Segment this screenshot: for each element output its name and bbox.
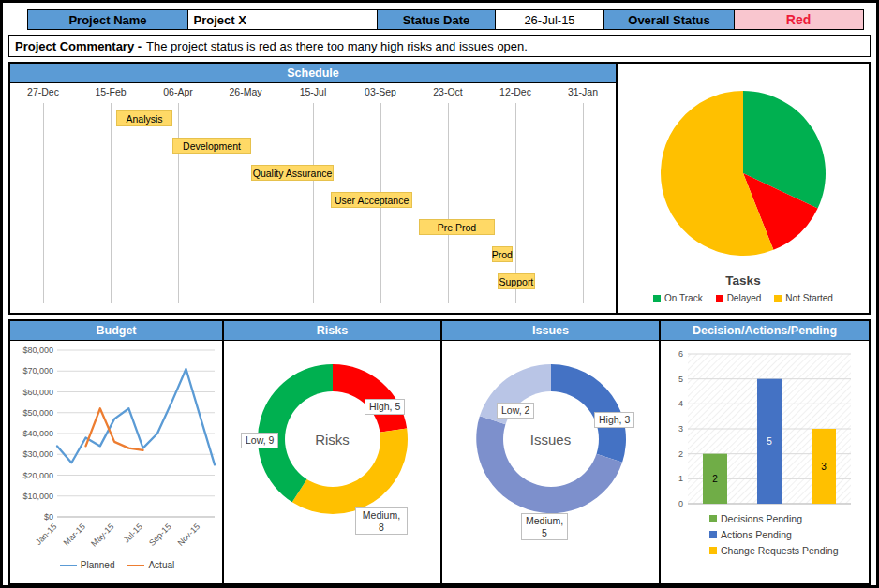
overall-status-label: Overall Status: [603, 9, 735, 30]
svg-text:5: 5: [678, 375, 683, 384]
svg-text:0: 0: [678, 499, 683, 508]
gantt-bar-pre-prod[interactable]: Pre Prod: [419, 219, 495, 235]
bar-data-label: 5: [767, 436, 772, 447]
issues-donut-chart[interactable]: Issues High, 3Medium, 5Low, 2: [442, 341, 659, 583]
gantt-axis-label: 31-Jan: [568, 86, 598, 97]
gantt-axis: 27-Dec15-Feb06-Apr26-May15-Jul03-Sep23-O…: [20, 86, 606, 101]
gantt-bar-user-acceptance[interactable]: User Acceptance: [331, 192, 413, 208]
decisions-header: Decision/Actions/Pending: [661, 321, 869, 341]
decisions-panel: Decision/Actions/Pending 0123456253 Deci…: [661, 321, 869, 583]
decisions-bar-chart[interactable]: 0123456253: [661, 341, 869, 509]
svg-text:$50,000: $50,000: [22, 408, 53, 418]
risks-panel: Risks Risks High, 5Medium, 8Low, 9: [224, 321, 442, 583]
legend-label: Decisions Pending: [721, 513, 802, 524]
legend-item: Decisions Pending: [709, 513, 869, 524]
gantt-chart[interactable]: 27-Dec15-Feb06-Apr26-May15-Jul03-Sep23-O…: [10, 83, 616, 313]
gantt-bar-label: Prod: [492, 249, 513, 260]
schedule-section: Schedule 27-Dec15-Feb06-Apr26-May15-Jul0…: [8, 62, 871, 315]
svg-text:6: 6: [678, 349, 683, 359]
budget-panel: Budget $0$10,000$20,000$30,000$40,000$50…: [10, 321, 224, 583]
tasks-pie-legend: On TrackDelayedNot Started: [653, 293, 833, 303]
svg-text:$80,000: $80,000: [22, 345, 53, 355]
gantt-gridline: [246, 103, 246, 303]
bottom-section: Budget $0$10,000$20,000$30,000$40,000$50…: [8, 319, 871, 585]
risks-center-label: Risks: [315, 432, 350, 448]
tasks-pie-panel: Tasks On TrackDelayedNot Started: [618, 64, 869, 313]
decisions-legend: Decisions PendingActions PendingChange R…: [661, 513, 869, 556]
legend-item: Not Started: [774, 293, 833, 303]
overall-status-value[interactable]: Red: [734, 9, 864, 30]
legend-label: Not Started: [785, 293, 833, 303]
top-bar: Project Name Project X Status Date 26-Ju…: [27, 9, 871, 30]
gantt-axis-label: 06-Apr: [163, 86, 193, 97]
svg-text:1: 1: [678, 474, 683, 483]
svg-text:Nov-15: Nov-15: [176, 522, 202, 548]
bar-data-label: 3: [821, 462, 827, 472]
gantt-axis-label: 03-Sep: [365, 86, 396, 97]
svg-text:$60,000: $60,000: [22, 388, 53, 397]
issues-data-label-2: Low, 2: [497, 403, 534, 419]
gantt-bar-development[interactable]: Development: [172, 138, 252, 154]
risks-data-label-1: Medium, 8: [355, 507, 408, 535]
legend-item: Delayed: [716, 293, 762, 303]
svg-text:$20,000: $20,000: [22, 471, 53, 480]
bar-data-label: 2: [712, 474, 718, 484]
legend-item: Planned: [60, 560, 115, 570]
legend-swatch: [709, 531, 717, 538]
tasks-pie-title: Tasks: [725, 273, 760, 287]
gantt-bar-label: Development: [183, 140, 241, 152]
svg-text:Jul-15: Jul-15: [122, 522, 144, 544]
legend-label: Planned: [81, 560, 115, 570]
gantt-gridline: [583, 103, 584, 303]
project-name-value[interactable]: Project X: [187, 9, 379, 30]
legend-label: Change Requests Pending: [721, 545, 839, 556]
legend-item: Actions Pending: [709, 529, 869, 540]
svg-text:4: 4: [678, 399, 683, 408]
risks-data-label-0: High, 5: [365, 399, 405, 415]
gantt-gridline: [313, 103, 314, 303]
legend-swatch: [653, 295, 661, 302]
gantt-bar-quality-assurance[interactable]: Quality Assurance: [251, 165, 334, 181]
legend-item: Change Requests Pending: [709, 545, 869, 556]
svg-text:Jan-15: Jan-15: [34, 522, 59, 547]
budget-chart[interactable]: $0$10,000$20,000$30,000$40,000$50,000$60…: [10, 341, 222, 570]
gantt-bar-label: Pre Prod: [438, 222, 476, 233]
gantt-bar-analysis[interactable]: Analysis: [116, 110, 171, 126]
gantt-bar-support[interactable]: Support: [498, 273, 534, 289]
issues-panel: Issues Issues High, 3Medium, 5Low, 2: [442, 321, 661, 583]
gantt-gridline: [448, 103, 449, 303]
budget-legend: PlannedActual: [12, 560, 222, 570]
svg-text:$10,000: $10,000: [22, 492, 53, 501]
legend-label: Actual: [148, 560, 174, 570]
risks-donut-chart[interactable]: Risks High, 5Medium, 8Low, 9: [224, 341, 440, 583]
gantt-axis-label: 26-May: [229, 86, 261, 97]
tasks-pie-chart[interactable]: [654, 84, 832, 266]
legend-label: Actions Pending: [721, 529, 792, 540]
budget-svg: $0$10,000$20,000$30,000$40,000$50,000$60…: [12, 343, 222, 560]
budget-header: Budget: [10, 321, 222, 341]
svg-text:Sep-15: Sep-15: [147, 522, 173, 548]
gantt-axis-label: 12-Dec: [499, 86, 531, 97]
svg-text:$30,000: $30,000: [22, 449, 53, 459]
status-date-label: Status Date: [377, 9, 496, 30]
legend-item: Actual: [127, 560, 174, 570]
budget-series-planned[interactable]: [57, 369, 215, 464]
legend-swatch: [60, 565, 77, 566]
gantt-gridline: [178, 103, 179, 303]
gantt-axis-label: 23-Oct: [433, 86, 463, 97]
issues-data-label-1: Medium, 5: [521, 513, 568, 540]
svg-text:Mar-15: Mar-15: [62, 522, 87, 547]
status-date-value[interactable]: 26-Jul-15: [495, 9, 605, 30]
legend-label: On Track: [664, 293, 703, 303]
svg-text:$40,000: $40,000: [22, 429, 53, 438]
risks-data-label-2: Low, 9: [241, 433, 278, 448]
svg-text:2: 2: [678, 449, 683, 459]
legend-label: Delayed: [727, 293, 762, 303]
schedule-header: Schedule: [10, 64, 616, 83]
gantt-bar-prod[interactable]: Prod: [492, 246, 513, 262]
svg-text:$70,000: $70,000: [22, 366, 53, 375]
project-commentary[interactable]: Project Commentary - The project status …: [8, 35, 871, 57]
svg-text:$0: $0: [44, 512, 53, 522]
gantt-bar-label: Support: [499, 276, 534, 287]
tasks-pie-svg: [654, 84, 832, 262]
